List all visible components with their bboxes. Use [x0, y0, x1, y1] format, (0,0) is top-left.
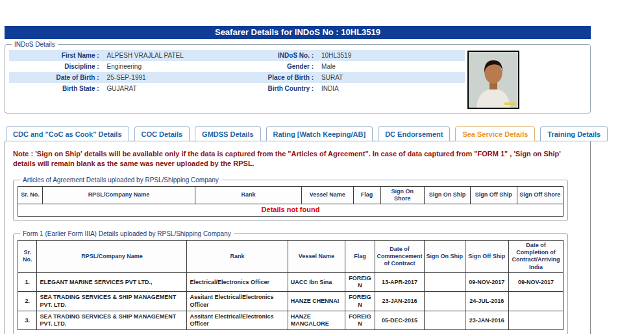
table-cell: 1. [18, 272, 37, 292]
column-header: Rank [187, 240, 288, 272]
tab-bar: CDC and "CoC as Cook" DetailsCOC Details… [5, 126, 591, 141]
table-cell: 13-APR-2017 [375, 272, 425, 292]
table-cell: 3. [18, 311, 37, 330]
indos-details-table: First Name :ALPESH VRAJLAL PATELINDoS No… [9, 50, 465, 94]
column-header: RPSL/Company Name [42, 186, 195, 204]
tab-dc-endorsement[interactable]: DC Endorsement [378, 126, 450, 141]
field-label: Gender : [251, 61, 317, 72]
column-header: Date of Commencement of Contract [375, 240, 425, 272]
column-header: Rank [195, 186, 302, 204]
column-header: Sign Off Shore [517, 186, 563, 204]
page-title: Seafarer Details for INDoS No : 10HL3519 [215, 27, 380, 37]
form1-legend: Form 1 (Earlier Form IIIA) Details uploa… [20, 230, 234, 237]
seafarer-photo-image [469, 52, 518, 108]
indos-details-section: INDoS Details First Name :ALPESH VRAJLAL… [5, 41, 591, 113]
indos-details-legend: INDoS Details [12, 41, 58, 48]
indos-row: First Name :ALPESH VRAJLAL PATELINDoS No… [9, 50, 465, 61]
table-cell: Assitant Electrical/Electronics Officer [187, 292, 288, 311]
table-cell: ELEGANT MARINE SERVICES PVT LTD., [37, 272, 187, 292]
table-cell: 2. [18, 292, 37, 311]
field-value: 10HL3519 [317, 50, 465, 61]
articles-of-agreement-table: Sr. No.RPSL/Company NameRankVessel NameF… [18, 186, 564, 217]
table-cell: Assitant Electrical/Electronics Officer [187, 311, 288, 330]
field-value: 25-SEP-1991 [103, 72, 251, 83]
column-header: Flag [353, 186, 380, 204]
tab-cdc-and-coc-as-cook-details[interactable]: CDC and "CoC as Cook" Details [6, 126, 129, 141]
table-row: 1.ELEGANT MARINE SERVICES PVT LTD.,Elect… [18, 272, 564, 292]
table-cell: FOREIGN [345, 272, 375, 292]
page-title-bar: Seafarer Details for INDoS No : 10HL3519 [5, 26, 591, 39]
column-header: Vessel Name [288, 240, 345, 272]
field-value: Engineering [103, 61, 251, 72]
table-cell [424, 272, 465, 292]
form1-table: Sr. No.RPSL/Company NameRankVessel NameF… [18, 240, 564, 331]
field-label: Place of Birth : [251, 72, 317, 83]
table-cell: 24-JUL-2016 [465, 292, 508, 311]
form1-section: Form 1 (Earlier Form IIIA) Details uploa… [13, 230, 568, 334]
table-cell: 09-NOV-2017 [465, 272, 508, 292]
table-cell: HANZE MANGALORE [288, 311, 345, 330]
table-cell: FOREIGN [345, 311, 375, 330]
column-header: Sign On Ship [424, 240, 465, 272]
indos-row: Birth State :GUJARATBirth Country :INDIA [9, 83, 465, 94]
field-value: INDIA [317, 83, 465, 94]
field-label: Discipline : [9, 61, 103, 72]
table-cell: UACC Ibn Sina [288, 272, 345, 292]
articles-of-agreement-section: Articles of Agreement Details uploaded b… [13, 176, 568, 221]
table-cell: 09-NOV-2017 [508, 272, 563, 292]
table-cell: HANZE CHENNAI [288, 292, 345, 311]
seafarer-details-page: Seafarer Details for INDoS No : 10HL3519… [5, 26, 591, 334]
table-cell [424, 311, 465, 330]
articles-of-agreement-legend: Articles of Agreement Details uploaded b… [20, 176, 221, 184]
table-empty-row: Details not found [18, 204, 564, 217]
table-cell [508, 292, 563, 311]
field-label: First Name : [9, 50, 103, 61]
column-header: Date of Completion of Contract/Arriving … [508, 240, 563, 272]
field-label: Date of Birth : [9, 72, 103, 83]
indos-details-body: First Name :ALPESH VRAJLAL PATELINDoS No… [9, 50, 586, 109]
tab-training-details[interactable]: Training Details [540, 126, 608, 141]
table-cell: 23-JAN-2016 [465, 311, 508, 330]
note-body: 'Sign on Ship' details will be available… [13, 150, 561, 167]
tab-coc-details[interactable]: COC Details [134, 126, 190, 141]
column-header: Sr. No. [18, 186, 43, 204]
table-cell: Electrical/Electronics Officer [187, 272, 288, 292]
table-cell: SEA TRADING SERVICES & SHIP MANAGEMENT P… [37, 292, 187, 311]
table-row: 2.SEA TRADING SERVICES & SHIP MANAGEMENT… [18, 292, 564, 311]
field-label: Birth State : [9, 83, 103, 94]
table-cell: FOREIGN [345, 292, 375, 311]
tab-gmdss-details[interactable]: GMDSS Details [195, 126, 260, 141]
table-header-row: Sr. No.RPSL/Company NameRankVessel NameF… [18, 186, 564, 204]
table-header-row: Sr. No.RPSL/Company NameRankVessel NameF… [18, 240, 564, 272]
field-value: GUJARAT [103, 83, 251, 94]
field-label: Birth Country : [251, 83, 317, 94]
note-text: Note : 'Sign on Ship' details will be av… [13, 149, 582, 169]
column-header: RPSL/Company Name [37, 240, 187, 272]
column-header: Sign On Shore [380, 186, 424, 204]
column-header: Sign On Ship [424, 186, 470, 204]
table-row: 3.SEA TRADING SERVICES & SHIP MANAGEMENT… [18, 311, 564, 330]
field-value: Male [317, 61, 465, 72]
table-cell: SEA TRADING SERVICES & SHIP MANAGEMENT P… [37, 311, 187, 330]
column-header: Sign Off Ship [465, 240, 508, 272]
note-prefix: Note : [13, 150, 33, 158]
table-cell: 05-DEC-2015 [375, 311, 425, 330]
indos-row: Date of Birth :25-SEP-1991Place of Birth… [9, 72, 465, 83]
column-header: Sr. No. [18, 240, 37, 272]
sea-service-details-panel: Note : 'Sign on Ship' details will be av… [5, 141, 591, 334]
empty-message: Details not found [18, 204, 564, 217]
seafarer-photo [467, 51, 519, 109]
field-label: INDoS No. : [251, 50, 317, 61]
column-header: Sign Off Ship [471, 186, 517, 204]
tab-rating-watch-keeping-ab[interactable]: Rating [Watch Keeping/AB] [266, 126, 373, 141]
table-cell [508, 311, 563, 330]
field-value: ALPESH VRAJLAL PATEL [103, 50, 251, 61]
indos-row: Discipline :EngineeringGender :Male [9, 61, 465, 72]
tab-sea-service-details[interactable]: Sea Service Details [455, 126, 535, 141]
table-cell: 23-JAN-2016 [375, 292, 425, 311]
field-value: SURAT [317, 72, 465, 83]
column-header: Flag [345, 240, 375, 272]
column-header: Vessel Name [301, 186, 353, 204]
table-cell [424, 292, 465, 311]
